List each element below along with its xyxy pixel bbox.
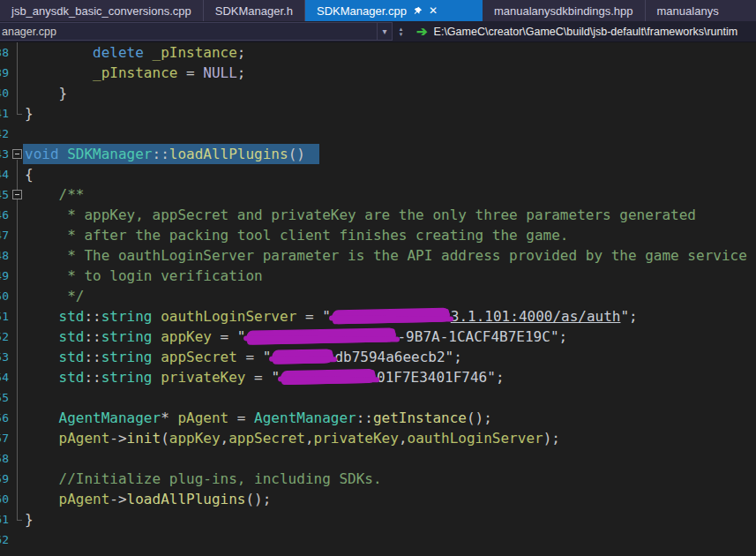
code-line[interactable]: 345 /** xyxy=(0,184,756,205)
token-com: //Initialize plug-ins, including SDKs. xyxy=(25,470,382,487)
code-line[interactable]: 359 //Initialize plug-ins, including SDK… xyxy=(0,469,756,489)
code-line[interactable]: 347 * after the packing tool client fini… xyxy=(0,225,756,245)
code-line[interactable]: 352 std::string appKey = "-9B7A-1CACF4B7… xyxy=(0,327,756,347)
tab-manualanys[interactable]: manualanys xyxy=(646,0,756,21)
token-pun: (); xyxy=(467,409,492,426)
token-pun: = xyxy=(245,369,271,386)
token-type: AgentManager xyxy=(254,409,356,426)
code-line[interactable]: 361} xyxy=(0,509,756,530)
redaction-scribble xyxy=(281,370,376,385)
line-number: 339 xyxy=(0,63,9,83)
redaction-scribble xyxy=(246,328,396,345)
code-line[interactable]: 340 } xyxy=(0,83,756,103)
token-pun: :: xyxy=(356,409,373,426)
code-line[interactable]: 358 xyxy=(0,448,756,469)
code-line[interactable]: 355 xyxy=(0,387,756,408)
token-pun xyxy=(25,64,93,81)
tab-sdkmanager-cpp[interactable]: SDKManager.cpp✕ xyxy=(305,0,483,21)
token-fn: init xyxy=(127,430,161,447)
collapse-icon[interactable] xyxy=(12,149,22,159)
code-line[interactable]: 343void SDKManager::loadAllPlugins() xyxy=(0,144,756,164)
code-line[interactable]: 339 _pInstance = NULL; xyxy=(0,63,756,83)
file-dropdown[interactable]: anager.cpp ▾ xyxy=(0,22,393,41)
spinner-arrows-icon[interactable]: ▴▾ xyxy=(394,26,408,37)
file-path: E:\GameC\creator\GameC\build\jsb-default… xyxy=(434,26,756,38)
line-number: 338 xyxy=(0,42,9,63)
line-number: 354 xyxy=(0,367,9,387)
token-pun xyxy=(25,409,59,426)
token-com: * to login verification xyxy=(25,267,263,284)
line-number: 343 xyxy=(0,144,9,164)
code-line-text: pAgent->loadAllPlugins(); xyxy=(0,489,756,509)
code-line[interactable]: 350 */ xyxy=(0,286,756,306)
token-type: std xyxy=(59,328,85,345)
line-number: 347 xyxy=(0,225,9,245)
token-var: appKey xyxy=(169,430,221,447)
line-number: 359 xyxy=(0,469,9,489)
token-pun: :: xyxy=(153,146,169,162)
line-number: 349 xyxy=(0,266,9,286)
token-pun: , xyxy=(305,430,314,447)
line-number: 341 xyxy=(0,103,9,124)
line-number: 360 xyxy=(0,489,9,509)
token-str: -9B7A-1CACF4B7E19C"; xyxy=(397,328,567,345)
code-line[interactable]: 351 std::string oauthLoginServer = "3.1.… xyxy=(0,306,756,327)
token-var: _pInstance xyxy=(153,44,237,61)
code-line[interactable]: 362 xyxy=(0,530,756,550)
collapse-icon[interactable] xyxy=(12,190,22,199)
token-var: appSecret xyxy=(161,349,237,365)
token-fn: getInstance xyxy=(373,409,467,426)
code-editor[interactable]: 338 delete _pInstance;339 _pInstance = N… xyxy=(0,42,756,556)
code-line[interactable]: 344{ xyxy=(0,164,756,184)
token-var: pAgent xyxy=(177,409,228,426)
line-number: 361 xyxy=(0,509,9,530)
code-line[interactable]: 357 pAgent->init(appKey,appSecret,privat… xyxy=(0,428,756,448)
token-pun: } xyxy=(25,511,34,528)
code-line[interactable]: 338 delete _pInstance; xyxy=(0,42,756,63)
line-number: 340 xyxy=(0,83,9,103)
token-type: std xyxy=(59,349,85,365)
chevron-down-icon[interactable]: ▾ xyxy=(377,23,392,40)
token-type: std xyxy=(59,369,85,386)
tab-label: SDKManager.cpp xyxy=(317,4,407,18)
tab-manualanysdkbindings-hpp[interactable]: manualanysdkbindings.hpp xyxy=(483,0,646,21)
redaction-scribble xyxy=(332,309,450,325)
close-icon[interactable]: ✕ xyxy=(429,5,438,16)
code-line[interactable]: 348 * The oauthLoginServer parameter is … xyxy=(0,245,756,266)
line-number: 348 xyxy=(0,245,9,266)
code-line[interactable]: 360 pAgent->loadAllPlugins(); xyxy=(0,489,756,509)
code-line-text: * The oauthLoginServer parameter is the … xyxy=(0,245,756,266)
token-pun: = xyxy=(296,308,322,325)
token-str: 01F7E3401F746"; xyxy=(377,369,505,386)
pin-icon[interactable] xyxy=(413,6,423,16)
token-pun xyxy=(25,349,59,365)
token-var: pAgent xyxy=(59,491,110,507)
token-pun: = xyxy=(177,64,203,81)
code-line-text: AgentManager* pAgent = AgentManager::get… xyxy=(0,408,756,428)
tab-sdkmanager-h[interactable]: SDKManager.h xyxy=(204,0,305,21)
token-pun xyxy=(153,369,161,386)
code-line-text: delete _pInstance; xyxy=(0,42,756,63)
code-line[interactable]: 342 xyxy=(0,124,756,144)
line-number: 358 xyxy=(0,448,9,469)
token-var: privateKey xyxy=(314,430,399,447)
token-pun: ; xyxy=(237,44,246,61)
token-pun: (); xyxy=(245,491,271,507)
code-line[interactable]: 349 * to login verification xyxy=(0,266,756,286)
code-line-text: * appKey, appSecret and privateKey are t… xyxy=(0,205,756,225)
code-line[interactable]: 353 std::string appSecret = "db7594a6eec… xyxy=(0,347,756,367)
code-line[interactable]: 341} xyxy=(0,103,756,124)
token-pun xyxy=(25,308,59,325)
token-pun: -> xyxy=(109,430,126,447)
code-line[interactable]: 354 std::string privateKey = "01F7E3401F… xyxy=(0,367,756,387)
tab-jsb-anysdk-basic-conversions-cpp[interactable]: jsb_anysdk_basic_conversions.cpp xyxy=(0,0,204,21)
line-number: 352 xyxy=(0,327,9,347)
code-line[interactable]: 356 AgentManager* pAgent = AgentManager:… xyxy=(0,408,756,428)
token-mac: NULL xyxy=(203,64,237,81)
token-str: "; xyxy=(620,308,637,325)
line-number: 342 xyxy=(0,124,9,144)
token-pun xyxy=(25,491,59,507)
token-pun: } xyxy=(25,105,34,122)
token-kw: void xyxy=(25,146,59,162)
code-line[interactable]: 346 * appKey, appSecret and privateKey a… xyxy=(0,205,756,225)
